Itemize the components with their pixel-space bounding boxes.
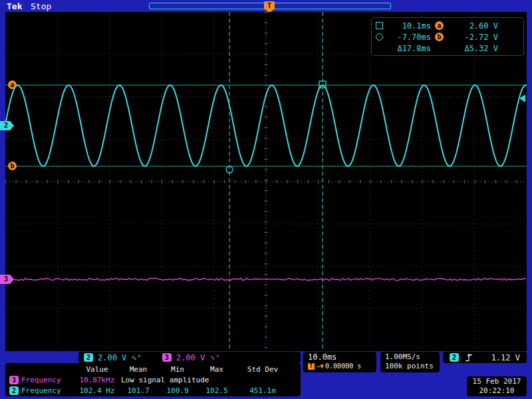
measurement-header-row: Value Mean Min Max Std Dev: [8, 364, 301, 374]
measurement-stddev: 451.1m: [237, 386, 289, 395]
ch2-badge: 2: [84, 353, 93, 362]
cursor-row-delta: Δ17.8ms Δ5.32 V: [376, 43, 519, 54]
measurement-mean: 101.7: [118, 386, 158, 395]
cursor-readout-box: 10.1ms a 2.60 V -7.70ms b -2.72 V Δ17.8m…: [371, 17, 524, 56]
acquisition-box: 1.00MS/s 100k points: [380, 352, 440, 372]
square-cursor-icon: [376, 22, 383, 29]
rising-edge-icon: [465, 353, 473, 362]
cursor-a-voltage: 2.60 V: [448, 21, 498, 31]
cursor-b-voltage: -2.72 V: [448, 33, 498, 42]
timebase-scale: 10.0ms: [308, 352, 376, 362]
col-max: Max: [197, 365, 237, 374]
cursor-b-marker: b: [8, 162, 17, 170]
ch2-badge: 2: [9, 386, 19, 395]
sample-rate: 1.00MS/s: [385, 352, 440, 362]
measurement-value: 10.87kHz: [76, 376, 118, 384]
circle-cursor-icon: [376, 33, 383, 41]
measurement-min: 100.9: [158, 386, 197, 395]
ch2-coupling-bandwidth-icon: ∿ᵇ: [131, 354, 142, 361]
measurement-name: Frequency: [21, 386, 61, 395]
timebase-box: 10.0ms T →▼ 0.00000 s: [303, 352, 376, 372]
measurement-panel: Value Mean Min Max Std Dev 3 Frequency 1…: [5, 363, 301, 396]
cursor-row-square: 10.1ms a 2.60 V: [376, 20, 519, 31]
oscilloscope-display: Tek Stop T a b 2 3 10.1ms a 2.60 V -7.70…: [0, 0, 532, 399]
measurement-max: 102.5: [197, 386, 237, 395]
ch2-scale: 2.00 V: [98, 353, 126, 362]
measurement-note: Low signal amplitude: [118, 376, 289, 384]
ch3-coupling-bandwidth-icon: ∿ᵇ: [209, 354, 220, 361]
cursor-b-badge: b: [435, 33, 444, 41]
square-cursor-time: 10.1ms: [387, 21, 431, 31]
col-stddev: Std Dev: [237, 365, 289, 374]
cursor-a-marker: a: [8, 80, 17, 89]
ch3-badge: 3: [162, 353, 172, 362]
cursor-delta-time: Δ17.8ms: [387, 44, 431, 53]
cursor-a-badge: a: [435, 21, 444, 30]
datetime-box: 15 Feb 2017 20:22:10: [467, 376, 527, 396]
col-min: Min: [158, 365, 197, 374]
trigger-time-value: 0.00000 s: [325, 362, 361, 370]
measurement-name: Frequency: [21, 376, 61, 384]
trigger-box: 2 1.12 V: [443, 352, 527, 363]
circle-cursor-time: -7.70ms: [387, 33, 431, 42]
trigger-position-marker: T: [264, 1, 275, 10]
measurement-row-ch2: 2 Frequency 102.4 Hz 101.7 100.9 102.5 4…: [8, 385, 301, 396]
trigger-time-readout: T →▼ 0.00000 s: [308, 362, 376, 370]
graticule-screen: [5, 12, 527, 351]
date: 15 Feb 2017: [467, 377, 527, 386]
trigger-level: 1.12 V: [491, 353, 520, 362]
cursor-row-circle: -7.70ms b -2.72 V: [376, 31, 519, 43]
channel-scale-bar: 2 2.00 V ∿ᵇ 3 2.00 V ∿ᵇ: [78, 352, 301, 363]
col-value: Value: [76, 365, 118, 374]
cursor-delta-voltage: Δ5.32 V: [448, 44, 498, 53]
measurement-value: 102.4 Hz: [76, 386, 118, 395]
ch3-badge: 3: [9, 376, 19, 384]
trigger-time-icon: T: [308, 363, 315, 370]
waveform-plot: [5, 12, 527, 351]
ch3-scale: 2.00 V: [176, 353, 205, 362]
measurement-row-ch3: 3 Frequency 10.87kHz Low signal amplitud…: [8, 374, 301, 385]
acquisition-status: Stop: [31, 1, 51, 11]
time: 20:22:10: [467, 386, 527, 396]
tek-logo: Tek: [7, 1, 22, 11]
trigger-time-arrows-icon: →▼: [316, 362, 324, 370]
col-mean: Mean: [118, 365, 158, 374]
trigger-source-badge: 2: [450, 353, 459, 362]
record-length: 100k points: [385, 362, 440, 371]
